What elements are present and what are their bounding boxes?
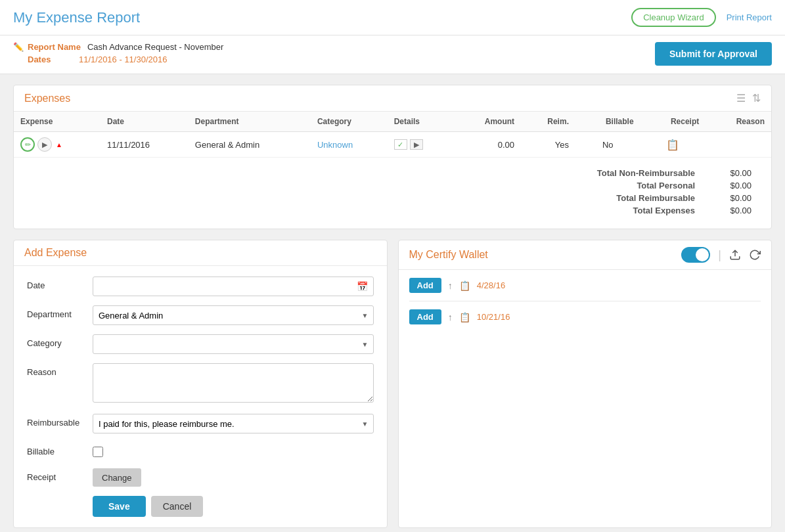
wallet-upload-button[interactable]: [729, 249, 741, 261]
edit-report-icon[interactable]: ✏️: [13, 42, 24, 52]
dates-field: Dates 11/1/2016 - 11/30/2016: [13, 55, 223, 64]
total-reimbursable-row: Total Reimbursable $0.00: [27, 193, 758, 203]
wallet-add-button-1[interactable]: Add: [409, 278, 441, 293]
report-name-label: ✏️ Report Name: [13, 42, 81, 52]
col-receipt: Receipt: [640, 112, 706, 132]
col-category: Category: [311, 112, 388, 132]
form-actions: Save Cancel: [27, 496, 374, 517]
department-control: General & Admin: [93, 305, 374, 325]
table-row: ✏ ▶ ▲ 11/11/2016 General & Admin Unknown…: [14, 132, 771, 158]
reason-label: Reason: [27, 363, 93, 377]
report-fields: ✏️ Report Name Cash Advance Request - No…: [13, 42, 223, 64]
expenses-panel: Expenses ☰ ⇅ Expense Date Department Cat…: [13, 85, 772, 229]
total-expenses-label: Total Expenses: [574, 206, 706, 215]
expense-details: ✓ ▶: [388, 132, 454, 158]
category-row: Category: [27, 334, 374, 354]
reason-control: [93, 363, 374, 405]
reason-textarea[interactable]: [93, 363, 374, 403]
reimbursable-control: I paid for this, please reimburse me.: [93, 414, 374, 433]
expense-table: Expense Date Department Category Details…: [14, 112, 771, 158]
col-expense: Expense: [14, 112, 101, 132]
expenses-panel-header: Expenses ☰ ⇅: [14, 85, 771, 112]
total-non-reimbursable-value: $0.00: [706, 168, 758, 178]
billable-checkbox[interactable]: [93, 447, 103, 457]
wallet-item-2: Add ↑ 📋 10/21/16: [409, 309, 761, 332]
wallet-receipt-icon-1[interactable]: 📋: [459, 280, 470, 291]
wallet-upload-icon-1[interactable]: ↑: [448, 280, 453, 291]
total-personal-label: Total Personal: [574, 181, 706, 190]
wallet-receipt-icon-2[interactable]: 📋: [459, 312, 470, 322]
page-title: My Expense Report: [13, 9, 140, 26]
header-actions: Cleanup Wizard Print Report: [631, 8, 772, 27]
col-department: Department: [189, 112, 311, 132]
wallet-panel: My Certify Wallet |: [398, 240, 773, 528]
date-control: 📅: [93, 277, 374, 296]
details-arrow-icon[interactable]: ▶: [410, 139, 423, 150]
print-report-button[interactable]: Print Report: [727, 12, 772, 22]
wallet-controls: |: [681, 247, 761, 263]
report-info: ✏️ Report Name Cash Advance Request - No…: [0, 35, 785, 74]
edit-expense-icon[interactable]: ✏: [20, 137, 35, 152]
category-control: [93, 334, 374, 354]
wallet-refresh-button[interactable]: [749, 249, 761, 261]
details-check-icon[interactable]: ✓: [394, 139, 407, 150]
date-label: Date: [27, 277, 93, 290]
total-personal-value: $0.00: [706, 181, 758, 190]
totals-section: Total Non-Reimbursable $0.00 Total Perso…: [14, 158, 771, 229]
total-reimbursable-label: Total Reimbursable: [574, 193, 706, 203]
dates-value: 11/1/2016 - 11/30/2016: [79, 55, 167, 64]
sort-icon[interactable]: ⇅: [752, 92, 761, 104]
receipt-control: Change: [93, 468, 374, 487]
save-button[interactable]: Save: [93, 496, 146, 517]
expense-amount: 0.00: [453, 132, 521, 158]
add-expense-title: Add Expense: [24, 247, 87, 259]
wallet-title: My Certify Wallet: [409, 249, 488, 261]
wallet-upload-icon-2[interactable]: ↑: [448, 312, 453, 322]
report-name-value: Cash Advance Request - November: [87, 42, 223, 52]
wallet-date-2: 10/21/16: [477, 312, 510, 322]
date-field[interactable]: 📅: [93, 277, 374, 296]
reason-row: Reason: [27, 363, 374, 405]
add-expense-form: Date 📅 Department General & Admin: [14, 266, 387, 527]
wallet-item-1: Add ↑ 📋 4/28/16: [409, 278, 761, 301]
menu-icon[interactable]: ☰: [736, 92, 746, 104]
cancel-button[interactable]: Cancel: [151, 496, 204, 517]
expense-category: Unknown: [311, 132, 388, 158]
calendar-icon[interactable]: 📅: [357, 281, 368, 292]
add-expense-header: Add Expense: [14, 240, 387, 266]
total-personal-row: Total Personal $0.00: [27, 181, 758, 190]
wallet-divider: |: [718, 248, 721, 262]
date-row: Date 📅: [27, 277, 374, 296]
submit-for-approval-button[interactable]: Submit for Approval: [655, 42, 772, 66]
panel-controls: ☰ ⇅: [736, 92, 761, 104]
receipt-row: Receipt Change: [27, 468, 374, 487]
expand-expense-icon[interactable]: ▶: [37, 137, 52, 152]
bottom-row: Add Expense Date 📅 Department: [13, 240, 772, 528]
reimbursable-select[interactable]: I paid for this, please reimburse me.: [93, 414, 374, 433]
toggle-knob: [696, 248, 709, 261]
cleanup-wizard-button[interactable]: Cleanup Wizard: [631, 8, 716, 27]
change-receipt-button[interactable]: Change: [93, 468, 141, 487]
header: My Expense Report Cleanup Wizard Print R…: [0, 0, 785, 35]
expenses-title: Expenses: [24, 93, 70, 104]
expense-reim: Yes: [521, 132, 575, 158]
billable-control: [93, 443, 374, 459]
expense-billable: No: [575, 132, 640, 158]
wallet-header: My Certify Wallet |: [399, 240, 772, 270]
main-content: Expenses ☰ ⇅ Expense Date Department Cat…: [0, 74, 785, 532]
category-label: Category: [27, 334, 93, 348]
wallet-toggle[interactable]: [681, 247, 710, 263]
expense-receipt: 📋: [640, 132, 706, 158]
total-non-reimbursable-label: Total Non-Reimbursable: [574, 168, 706, 178]
department-select[interactable]: General & Admin: [93, 305, 374, 325]
table-header-row: Expense Date Department Category Details…: [14, 112, 771, 132]
col-reason: Reason: [706, 112, 771, 132]
billable-label: Billable: [27, 443, 93, 456]
department-label: Department: [27, 305, 93, 319]
add-expense-panel: Add Expense Date 📅 Department: [13, 240, 388, 528]
wallet-add-button-2[interactable]: Add: [409, 309, 441, 324]
category-select[interactable]: [93, 334, 374, 354]
flag-icon: ▲: [56, 141, 62, 148]
total-expenses-value: $0.00: [706, 206, 758, 215]
receipt-label: Receipt: [27, 468, 93, 482]
